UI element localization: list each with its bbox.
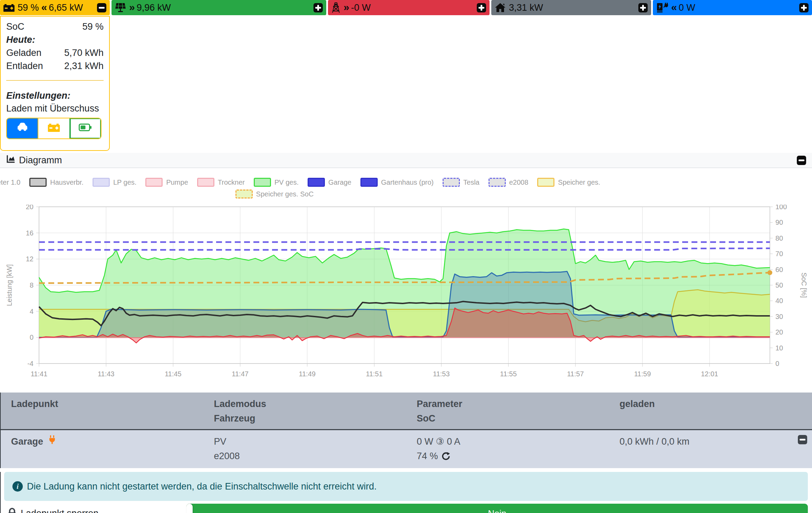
expand-button[interactable] xyxy=(799,3,809,12)
legend-swatch xyxy=(93,178,110,187)
diagram-title: Diagramm xyxy=(19,155,62,166)
legend-swatch xyxy=(235,190,253,199)
tile-chargepoint[interactable]: « 0 W xyxy=(653,0,812,15)
legend-swatch xyxy=(29,178,47,187)
info-icon: i xyxy=(12,481,23,492)
collapse-button[interactable] xyxy=(97,3,106,12)
svg-text:SoC [%]: SoC [%] xyxy=(800,272,808,298)
battery-power: 6,65 kW xyxy=(49,2,83,13)
svg-text:12: 12 xyxy=(26,255,33,263)
col-soc: SoC xyxy=(417,411,609,426)
svg-text:11:49: 11:49 xyxy=(299,370,316,378)
battery-icon xyxy=(79,123,92,134)
house-power: 3,31 kW xyxy=(509,2,543,13)
legend-swatch xyxy=(197,178,214,187)
battery-soc: 59 % xyxy=(18,2,39,13)
svg-text:10: 10 xyxy=(775,344,783,352)
svg-text:11:53: 11:53 xyxy=(433,370,450,378)
area-chart-icon xyxy=(6,154,16,166)
charged-label: Geladen xyxy=(6,46,41,59)
legend-item: Tesla xyxy=(443,178,480,187)
legend-label: e2008 xyxy=(509,178,529,186)
table-header: Ladepunkt LademodusFahrzeug ParameterSoC… xyxy=(1,393,812,429)
svg-text:12:01: 12:01 xyxy=(701,370,718,378)
legend-label: Garage xyxy=(328,178,351,186)
diagram-header[interactable]: Diagramm xyxy=(0,153,812,168)
legend-label: Speicher ges. xyxy=(558,178,600,186)
legend-swatch xyxy=(254,178,271,187)
chargepoint-table: Ladepunkt LademodusFahrzeug ParameterSoC… xyxy=(0,393,812,468)
svg-text:20: 20 xyxy=(26,205,33,211)
legend-item: Gartenhaus (pro) xyxy=(360,178,434,187)
charged-value: 5,70 kWh xyxy=(64,46,104,59)
power-chart: -404812162011:4111:4311:4511:4711:4911:5… xyxy=(0,205,812,384)
expand-button[interactable] xyxy=(638,3,648,12)
tile-battery[interactable]: 59 % « 6,65 kW xyxy=(0,0,110,15)
legend-swatch xyxy=(537,178,554,187)
tile-pv[interactable]: » 9,96 kW xyxy=(112,0,326,15)
legend-label: Trockner xyxy=(218,178,245,186)
svg-text:11:45: 11:45 xyxy=(165,370,182,378)
legend-item: Hausverbr. xyxy=(29,178,84,187)
legend-label: Pumpe xyxy=(166,178,188,186)
lock-toggle[interactable]: Nein xyxy=(186,504,808,513)
settings-label: Einstellungen: xyxy=(6,89,104,102)
tile-house[interactable]: 3,31 kW xyxy=(491,0,651,15)
chevron-right-icon: » xyxy=(129,1,134,13)
legend-label: Tesla xyxy=(463,178,480,186)
toggle-knob[interactable] xyxy=(186,504,193,513)
charge-mode-group xyxy=(6,118,102,139)
lock-label: Ladepunkt sperren xyxy=(21,508,98,513)
legend-swatch xyxy=(443,178,460,187)
legend-swatch xyxy=(145,178,163,187)
svg-text:30: 30 xyxy=(775,313,783,320)
chevron-right-icon: » xyxy=(344,1,349,13)
mode-battery-button[interactable] xyxy=(69,118,101,138)
toggle-label: Nein xyxy=(488,508,506,513)
collapse-button[interactable] xyxy=(797,156,806,165)
soc-value: 59 % xyxy=(82,20,104,33)
lock-icon xyxy=(8,508,17,513)
refresh-icon[interactable] xyxy=(441,452,450,461)
soc-label: SoC xyxy=(6,20,25,33)
svg-text:90: 90 xyxy=(775,219,783,226)
chevron-left-icon: « xyxy=(41,1,47,13)
col-geladen: geladen xyxy=(620,397,812,411)
legend-item: Trockner xyxy=(197,178,245,187)
charge-mode-label: Laden mit Überschuss xyxy=(6,102,104,115)
legend-item: EnergyMeter 1.0 xyxy=(0,178,20,187)
legend-label: Hausverbr. xyxy=(50,178,84,186)
svg-text:11:41: 11:41 xyxy=(31,370,48,378)
legend-swatch xyxy=(360,178,378,187)
svg-text:-4: -4 xyxy=(27,360,33,367)
collapse-button[interactable] xyxy=(798,435,807,444)
legend-item: Garage xyxy=(308,178,351,187)
today-label: Heute: xyxy=(6,33,104,46)
legend-item: Speicher ges. SoC xyxy=(235,190,314,199)
mode-battery-priority-button[interactable] xyxy=(38,118,69,138)
mode-car-button[interactable] xyxy=(7,118,38,138)
pv-power: 9,96 kW xyxy=(137,2,171,13)
col-parameter: Parameter xyxy=(417,397,609,411)
legend-label: EnergyMeter 1.0 xyxy=(0,178,20,186)
svg-text:0: 0 xyxy=(30,333,33,341)
expand-button[interactable] xyxy=(477,3,486,12)
svg-text:8: 8 xyxy=(30,281,33,289)
chevron-left-icon: « xyxy=(671,1,676,13)
alert-text: Die Ladung kann nicht gestartet werden, … xyxy=(27,481,377,492)
discharged-label: Entladen xyxy=(6,59,43,72)
legend-item: PV ges. xyxy=(254,178,299,187)
expand-button[interactable] xyxy=(313,3,323,12)
plug-icon xyxy=(49,436,56,447)
chargepoint-power: 0 W xyxy=(679,2,695,13)
charged-value: 0,0 kWh / 0,0 km xyxy=(609,434,812,463)
legend-item: LP ges. xyxy=(93,178,136,187)
legend-item: Speicher ges. xyxy=(537,178,600,187)
pylon-icon xyxy=(331,2,340,13)
svg-text:70: 70 xyxy=(775,250,783,258)
charging-station-icon xyxy=(656,2,668,13)
legend-item: e2008 xyxy=(489,178,529,187)
tile-grid[interactable]: » -0 W xyxy=(328,0,490,15)
svg-text:100: 100 xyxy=(775,205,787,211)
legend-label: Gartenhaus (pro) xyxy=(381,178,434,186)
